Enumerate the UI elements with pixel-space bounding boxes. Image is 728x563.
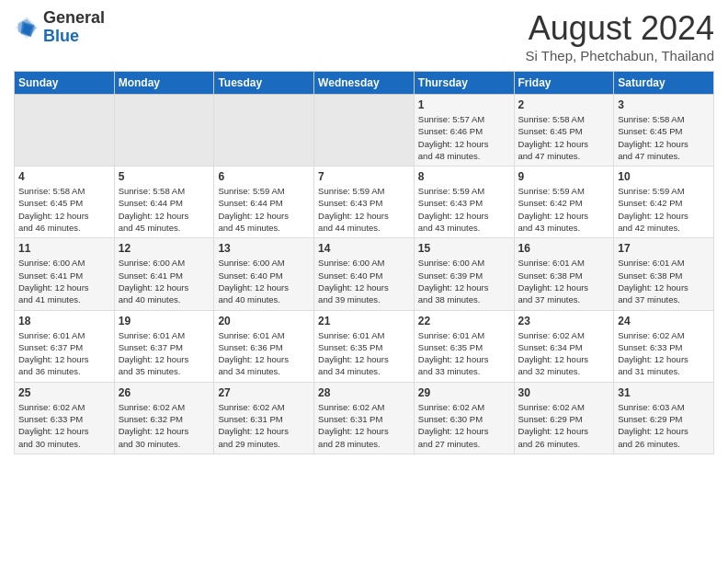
day-info: Sunrise: 6:01 AM Sunset: 6:38 PM Dayligh… (618, 257, 710, 305)
day-info: Sunrise: 6:02 AM Sunset: 6:32 PM Dayligh… (119, 401, 210, 450)
calendar-day-cell: 28Sunrise: 6:02 AM Sunset: 6:31 PM Dayli… (314, 382, 415, 454)
day-info: Sunrise: 6:01 AM Sunset: 6:38 PM Dayligh… (518, 257, 610, 305)
day-number: 30 (518, 386, 610, 399)
day-number: 1 (418, 98, 510, 111)
day-info: Sunrise: 6:01 AM Sunset: 6:37 PM Dayligh… (18, 329, 110, 378)
day-info: Sunrise: 5:58 AM Sunset: 6:45 PM Dayligh… (18, 185, 110, 234)
location-text: Si Thep, Phetchabun, Thailand (526, 48, 714, 63)
day-info: Sunrise: 6:01 AM Sunset: 6:35 PM Dayligh… (318, 329, 410, 378)
calendar-day-cell: 11Sunrise: 6:00 AM Sunset: 6:41 PM Dayli… (15, 238, 115, 310)
calendar-day-cell: 7Sunrise: 5:59 AM Sunset: 6:43 PM Daylig… (314, 167, 415, 238)
day-number: 3 (618, 98, 710, 111)
calendar-day-cell (214, 95, 314, 167)
logo-blue-text: Blue (43, 28, 105, 46)
day-number: 5 (119, 170, 210, 183)
calendar-day-cell: 31Sunrise: 6:03 AM Sunset: 6:29 PM Dayli… (614, 382, 714, 454)
calendar-day-header: Friday (514, 72, 614, 95)
day-number: 11 (18, 242, 110, 255)
day-info: Sunrise: 6:00 AM Sunset: 6:39 PM Dayligh… (418, 257, 510, 305)
day-info: Sunrise: 5:59 AM Sunset: 6:42 PM Dayligh… (518, 185, 610, 234)
day-info: Sunrise: 6:02 AM Sunset: 6:31 PM Dayligh… (318, 401, 410, 450)
day-info: Sunrise: 5:57 AM Sunset: 6:46 PM Dayligh… (418, 113, 510, 162)
day-number: 17 (618, 242, 710, 255)
calendar-day-cell: 16Sunrise: 6:01 AM Sunset: 6:38 PM Dayli… (514, 238, 614, 310)
calendar-day-cell: 15Sunrise: 6:00 AM Sunset: 6:39 PM Dayli… (414, 238, 514, 310)
day-info: Sunrise: 5:59 AM Sunset: 6:43 PM Dayligh… (418, 185, 510, 234)
calendar-day-header: Saturday (614, 72, 714, 95)
day-number: 25 (18, 386, 110, 399)
day-info: Sunrise: 6:02 AM Sunset: 6:33 PM Dayligh… (18, 401, 110, 450)
day-number: 14 (318, 242, 410, 255)
day-number: 12 (119, 242, 210, 255)
day-info: Sunrise: 6:02 AM Sunset: 6:34 PM Dayligh… (518, 329, 610, 378)
calendar-day-cell: 8Sunrise: 5:59 AM Sunset: 6:43 PM Daylig… (414, 167, 514, 238)
day-number: 15 (418, 242, 510, 255)
calendar-day-cell: 26Sunrise: 6:02 AM Sunset: 6:32 PM Dayli… (114, 382, 214, 454)
logo-text: General Blue (43, 9, 105, 46)
day-info: Sunrise: 5:58 AM Sunset: 6:45 PM Dayligh… (518, 113, 610, 162)
calendar-day-header: Sunday (15, 72, 115, 95)
day-info: Sunrise: 5:58 AM Sunset: 6:45 PM Dayligh… (618, 113, 710, 162)
day-number: 31 (618, 386, 710, 399)
calendar-week-row: 25Sunrise: 6:02 AM Sunset: 6:33 PM Dayli… (15, 382, 714, 454)
month-title: August 2024 (526, 9, 714, 48)
day-number: 10 (618, 170, 710, 183)
day-number: 6 (218, 170, 310, 183)
day-number: 16 (518, 242, 610, 255)
day-info: Sunrise: 6:02 AM Sunset: 6:29 PM Dayligh… (518, 401, 610, 450)
calendar-day-cell: 2Sunrise: 5:58 AM Sunset: 6:45 PM Daylig… (514, 95, 614, 167)
calendar-day-header: Thursday (414, 72, 514, 95)
day-number: 21 (318, 315, 410, 327)
calendar-day-cell: 19Sunrise: 6:01 AM Sunset: 6:37 PM Dayli… (114, 310, 214, 382)
calendar-header-row: SundayMondayTuesdayWednesdayThursdayFrid… (15, 72, 714, 95)
calendar-day-cell: 6Sunrise: 5:59 AM Sunset: 6:44 PM Daylig… (214, 167, 314, 238)
logo-icon (14, 15, 40, 40)
calendar-table: SundayMondayTuesdayWednesdayThursdayFrid… (14, 71, 714, 454)
calendar-day-cell (314, 95, 415, 167)
calendar-day-cell: 30Sunrise: 6:02 AM Sunset: 6:29 PM Dayli… (514, 382, 614, 454)
day-number: 24 (618, 315, 710, 327)
day-info: Sunrise: 6:01 AM Sunset: 6:35 PM Dayligh… (418, 329, 510, 378)
day-info: Sunrise: 6:02 AM Sunset: 6:31 PM Dayligh… (218, 401, 310, 450)
calendar-day-cell: 22Sunrise: 6:01 AM Sunset: 6:35 PM Dayli… (414, 310, 514, 382)
day-number: 13 (218, 242, 310, 255)
day-info: Sunrise: 5:59 AM Sunset: 6:42 PM Dayligh… (618, 185, 710, 234)
day-info: Sunrise: 6:00 AM Sunset: 6:41 PM Dayligh… (18, 257, 110, 305)
calendar-week-row: 1Sunrise: 5:57 AM Sunset: 6:46 PM Daylig… (15, 95, 714, 167)
day-number: 23 (518, 315, 610, 327)
day-number: 27 (218, 386, 310, 399)
day-number: 29 (418, 386, 510, 399)
calendar-day-cell: 17Sunrise: 6:01 AM Sunset: 6:38 PM Dayli… (614, 238, 714, 310)
calendar-day-cell: 5Sunrise: 5:58 AM Sunset: 6:44 PM Daylig… (114, 167, 214, 238)
day-number: 22 (418, 315, 510, 327)
day-info: Sunrise: 6:00 AM Sunset: 6:40 PM Dayligh… (218, 257, 310, 305)
calendar-week-row: 11Sunrise: 6:00 AM Sunset: 6:41 PM Dayli… (15, 238, 714, 310)
calendar-day-cell: 10Sunrise: 5:59 AM Sunset: 6:42 PM Dayli… (614, 167, 714, 238)
calendar-day-cell (15, 95, 115, 167)
day-info: Sunrise: 6:03 AM Sunset: 6:29 PM Dayligh… (618, 401, 710, 450)
day-info: Sunrise: 5:58 AM Sunset: 6:44 PM Dayligh… (119, 185, 210, 234)
day-number: 9 (518, 170, 610, 183)
day-info: Sunrise: 6:02 AM Sunset: 6:30 PM Dayligh… (418, 401, 510, 450)
calendar-week-row: 18Sunrise: 6:01 AM Sunset: 6:37 PM Dayli… (15, 310, 714, 382)
calendar-day-cell: 23Sunrise: 6:02 AM Sunset: 6:34 PM Dayli… (514, 310, 614, 382)
day-info: Sunrise: 6:00 AM Sunset: 6:41 PM Dayligh… (119, 257, 210, 305)
calendar-day-cell: 3Sunrise: 5:58 AM Sunset: 6:45 PM Daylig… (614, 95, 714, 167)
day-number: 20 (218, 315, 310, 327)
calendar-day-cell: 21Sunrise: 6:01 AM Sunset: 6:35 PM Dayli… (314, 310, 415, 382)
calendar-day-cell: 12Sunrise: 6:00 AM Sunset: 6:41 PM Dayli… (114, 238, 214, 310)
calendar-day-cell: 20Sunrise: 6:01 AM Sunset: 6:36 PM Dayli… (214, 310, 314, 382)
day-info: Sunrise: 6:01 AM Sunset: 6:37 PM Dayligh… (119, 329, 210, 378)
calendar-day-cell: 25Sunrise: 6:02 AM Sunset: 6:33 PM Dayli… (15, 382, 115, 454)
calendar-day-cell (114, 95, 214, 167)
page-container: General Blue August 2024 Si Thep, Phetch… (0, 0, 728, 459)
day-number: 8 (418, 170, 510, 183)
calendar-week-row: 4Sunrise: 5:58 AM Sunset: 6:45 PM Daylig… (15, 167, 714, 238)
calendar-day-header: Tuesday (214, 72, 314, 95)
calendar-day-cell: 24Sunrise: 6:02 AM Sunset: 6:33 PM Dayli… (614, 310, 714, 382)
day-info: Sunrise: 5:59 AM Sunset: 6:43 PM Dayligh… (318, 185, 410, 234)
calendar-day-header: Monday (114, 72, 214, 95)
title-block: August 2024 Si Thep, Phetchabun, Thailan… (526, 9, 714, 63)
day-info: Sunrise: 5:59 AM Sunset: 6:44 PM Dayligh… (218, 185, 310, 234)
day-info: Sunrise: 6:01 AM Sunset: 6:36 PM Dayligh… (218, 329, 310, 378)
